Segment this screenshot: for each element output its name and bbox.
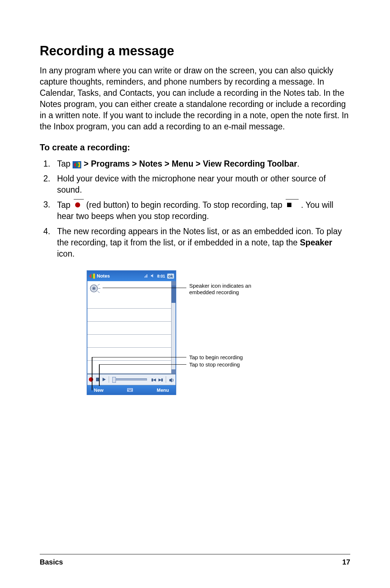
stop-icon [287, 203, 291, 207]
step1-prefix: Tap [57, 159, 73, 168]
device-frame: Notes 8:01 ok [87, 270, 176, 395]
callout-hline-rec [92, 357, 186, 358]
device-time: 8:01 [157, 274, 165, 278]
record-icon [75, 202, 80, 207]
subheading: To create a recording: [40, 142, 350, 153]
scroll-down-icon[interactable] [172, 369, 176, 374]
callout-begin: Tap to begin recording [189, 354, 243, 361]
slider-thumb[interactable] [112, 377, 116, 383]
toolbar-play-button[interactable] [103, 378, 106, 381]
svg-rect-10 [131, 389, 132, 390]
device-screenshot-figure: Notes 8:01 ok [87, 270, 311, 404]
step-2: Hold your device with the microphone nea… [40, 173, 350, 196]
callout-line-speaker [103, 288, 186, 288]
start-icon [73, 160, 81, 167]
step1-path: > Programs > Notes > Menu > View Recordi… [81, 159, 297, 168]
toolbar-speaker-icon[interactable] [169, 377, 174, 382]
toolbar-record-button[interactable] [89, 377, 93, 382]
svg-point-5 [93, 288, 95, 289]
svg-rect-11 [129, 390, 131, 391]
intro-paragraph: In any program where you can write or dr… [40, 65, 350, 132]
volume-icon [151, 274, 155, 279]
step3-prefix: Tap [57, 200, 73, 210]
step-4: The new recording appears in the Notes l… [40, 226, 350, 259]
device-title: Notes [97, 273, 110, 279]
scrollbar[interactable] [171, 281, 176, 374]
device-menubar: New Menu [87, 385, 176, 395]
step-3: Tap (red button) to begin recording. To … [40, 199, 350, 222]
step-1: Tap > Programs > Notes > Menu > View Rec… [40, 158, 350, 169]
svg-rect-9 [130, 389, 131, 390]
callout-speaker: Speaker icon indicates an embedded recor… [189, 283, 265, 296]
page-footer: Basics 17 [40, 554, 350, 566]
svg-rect-2 [93, 274, 95, 279]
footer-page-number: 17 [342, 558, 350, 566]
start-flag-icon [89, 273, 95, 279]
toolbar-next-button[interactable]: ▶▮ [159, 378, 163, 382]
callout-stop: Tap to stop recording [189, 361, 240, 368]
device-titlebar: Notes 8:01 ok [87, 271, 176, 281]
svg-rect-8 [129, 389, 130, 390]
record-button-inline [74, 199, 84, 211]
menu-menu[interactable]: Menu [157, 387, 169, 393]
signal-icon [144, 274, 148, 279]
step3-mid: (red button) to begin recording. To stop… [84, 200, 285, 210]
svg-rect-7 [128, 389, 129, 390]
speaker-icon[interactable] [90, 283, 100, 293]
page-heading: Recording a message [40, 43, 350, 59]
footer-section: Basics [40, 558, 63, 566]
ok-button[interactable]: ok [167, 274, 174, 279]
toolbar-prev-button[interactable]: ▮◀ [151, 378, 156, 382]
recording-toolbar: ▮◀ ▶▮ [87, 374, 176, 385]
stop-button-inline [286, 199, 299, 211]
toolbar-slider[interactable] [113, 378, 147, 381]
callout-vline-rec [92, 379, 92, 390]
scroll-up-icon[interactable] [172, 281, 176, 286]
step4-a: The new recording appears in the Notes l… [57, 227, 342, 247]
step4-c: icon. [57, 249, 75, 258]
device-body [87, 281, 176, 374]
callout-vline-stop [99, 379, 100, 386]
note-lines [87, 296, 171, 374]
step1-suffix: . [297, 159, 299, 168]
keyboard-icon[interactable] [127, 387, 133, 392]
callout-hline-stop [99, 364, 186, 365]
step4-speaker-word: Speaker [300, 238, 333, 247]
svg-rect-6 [127, 388, 133, 392]
menu-new[interactable]: New [94, 387, 104, 393]
